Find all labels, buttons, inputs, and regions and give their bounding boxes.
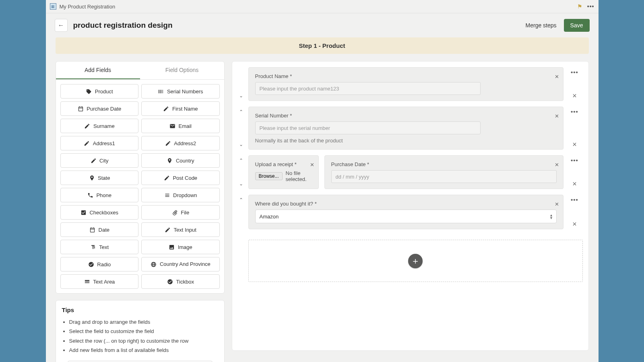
- row-more-icon[interactable]: •••: [571, 196, 578, 203]
- pencil-icon: [165, 227, 171, 233]
- field-post-code[interactable]: Post Code: [141, 171, 220, 185]
- form-row: ⌃ ⌄ × Where did you bought it? * Amazon …: [248, 195, 583, 229]
- move-down-icon[interactable]: ⌄: [236, 142, 246, 147]
- field-state[interactable]: State: [60, 171, 139, 185]
- back-arrow-button[interactable]: ←: [55, 19, 68, 32]
- purchase-date-input[interactable]: [331, 170, 557, 183]
- field-first-name[interactable]: First Name: [141, 101, 220, 116]
- remove-field-icon[interactable]: ×: [555, 73, 559, 80]
- barcode-icon: [158, 88, 164, 95]
- tips-item: Select the field to customize the field: [69, 327, 218, 336]
- right-column: ⌃ ⌄ × Product Name * ••• ×: [232, 61, 589, 351]
- row-remove-icon[interactable]: ×: [572, 180, 577, 187]
- move-down-icon[interactable]: ⌄: [236, 181, 246, 187]
- field-address2[interactable]: Address2: [141, 136, 220, 150]
- app-title: My Product Registration: [60, 4, 116, 10]
- tips-list: Drag and drop to arrange the fields Sele…: [69, 317, 218, 355]
- form-row: ⌃ ⌄ × Product Name * ••• ×: [248, 67, 583, 101]
- pencil-icon: [90, 158, 97, 164]
- save-button[interactable]: Save: [564, 19, 590, 32]
- field-date[interactable]: Date: [60, 222, 139, 237]
- main-area: Add Fields Field Options Product Serial …: [46, 54, 599, 362]
- row-remove-icon[interactable]: ×: [572, 92, 577, 99]
- pencil-icon: [163, 175, 170, 181]
- field-tickbox[interactable]: Tickbox: [141, 274, 220, 289]
- remove-field-icon[interactable]: ×: [555, 113, 559, 119]
- serial-number-input[interactable]: [255, 121, 481, 134]
- field-phone[interactable]: Phone: [60, 188, 139, 202]
- move-up-icon[interactable]: ⌃: [236, 197, 246, 203]
- row-more-icon[interactable]: •••: [571, 69, 578, 76]
- field-label: Purchase Date *: [331, 161, 557, 167]
- where-bought-card[interactable]: × Where did you bought it? * Amazon ▴▾: [248, 195, 564, 229]
- fields-panel: Add Fields Field Options Product Serial …: [56, 61, 225, 294]
- field-label: Where did you bought it? *: [255, 201, 557, 207]
- move-up-icon[interactable]: ⌃: [236, 109, 246, 115]
- field-image[interactable]: Image: [141, 240, 220, 254]
- pencil-icon: [163, 106, 169, 112]
- page-header: ← product registration design Merge step…: [46, 13, 599, 37]
- tag-icon: [86, 88, 92, 95]
- row-arrows: ⌃ ⌄: [236, 107, 246, 150]
- field-email[interactable]: Email: [141, 119, 220, 133]
- tab-add-fields[interactable]: Add Fields: [56, 62, 140, 79]
- app-window: ▦ My Product Registration ⚑ ••• ← produc…: [46, 0, 599, 362]
- form-row: ⌃ ⌄ × Serial Number * Normally its at th…: [248, 107, 583, 150]
- field-text[interactable]: Text: [60, 240, 139, 254]
- select-value: Amazon: [260, 214, 279, 220]
- attachment-icon: [171, 210, 178, 216]
- row-actions: ••• ×: [567, 107, 583, 150]
- add-field-dropzone[interactable]: ＋: [248, 240, 583, 282]
- check-circle-icon: [167, 279, 173, 285]
- text-icon: [90, 244, 96, 250]
- row-remove-icon[interactable]: ×: [572, 141, 577, 148]
- textarea-icon: [84, 279, 90, 285]
- merge-steps-link[interactable]: Merge steps: [526, 22, 557, 29]
- field-checkboxes[interactable]: Checkboxes: [60, 205, 139, 220]
- tips-item: Add new fields from a list of available …: [69, 346, 218, 355]
- field-purchase-date[interactable]: Purchase Date: [60, 101, 139, 116]
- serial-number-card[interactable]: × Serial Number * Normally its at the ba…: [248, 107, 564, 150]
- row-more-icon[interactable]: •••: [571, 108, 578, 115]
- field-text-input[interactable]: Text Input: [141, 222, 220, 237]
- field-surname[interactable]: Surname: [60, 119, 139, 133]
- remove-field-icon[interactable]: ×: [555, 201, 559, 208]
- form-designer: ⌃ ⌄ × Product Name * ••• ×: [232, 61, 589, 351]
- pin-icon[interactable]: ⚑: [577, 3, 582, 10]
- add-field-button[interactable]: ＋: [408, 254, 423, 268]
- field-country-and-province[interactable]: Country And Province: [141, 257, 220, 272]
- purchase-date-card[interactable]: × Purchase Date *: [324, 155, 564, 189]
- where-bought-select[interactable]: Amazon ▴▾: [255, 210, 557, 223]
- phone-icon: [87, 192, 93, 198]
- tips-item: Select the row (... on top right) to cus…: [69, 336, 218, 346]
- left-column: Add Fields Field Options Product Serial …: [56, 61, 225, 362]
- row-remove-icon[interactable]: ×: [572, 220, 577, 228]
- field-product[interactable]: Product: [60, 84, 139, 99]
- field-dropdown[interactable]: Dropdown: [141, 188, 220, 202]
- field-address1[interactable]: Address1: [60, 136, 139, 150]
- move-down-icon[interactable]: ⌄: [236, 93, 246, 99]
- pencil-icon: [84, 140, 90, 146]
- tips-back-button[interactable]: Back: [68, 361, 213, 362]
- row-actions: ••• ×: [567, 195, 583, 229]
- row-more-icon[interactable]: •••: [571, 157, 578, 164]
- move-up-icon[interactable]: ⌃: [236, 158, 246, 163]
- upload-receipt-card[interactable]: × Upload a receipt * Browse... No file s…: [248, 155, 319, 189]
- row-actions: ••• ×: [567, 67, 583, 101]
- remove-field-icon[interactable]: ×: [310, 161, 314, 168]
- remove-field-icon[interactable]: ×: [555, 161, 559, 168]
- form-row: ⌃ ⌄ × Upload a receipt * Browse... No fi…: [248, 155, 583, 189]
- tips-title: Tips: [62, 306, 218, 313]
- browse-button[interactable]: Browse...: [255, 172, 283, 180]
- titlebar-more-icon[interactable]: •••: [587, 3, 594, 10]
- field-text-area[interactable]: Text Area: [60, 274, 139, 289]
- product-name-input[interactable]: [255, 82, 481, 95]
- field-radio[interactable]: Radio: [60, 257, 139, 272]
- field-file[interactable]: File: [141, 205, 220, 220]
- field-city[interactable]: City: [60, 153, 139, 168]
- field-country[interactable]: Country: [141, 153, 220, 168]
- field-label: Serial Number *: [255, 113, 557, 119]
- field-serial-numbers[interactable]: Serial Numbers: [141, 84, 220, 99]
- product-name-card[interactable]: × Product Name *: [248, 67, 564, 101]
- tab-field-options[interactable]: Field Options: [140, 62, 224, 79]
